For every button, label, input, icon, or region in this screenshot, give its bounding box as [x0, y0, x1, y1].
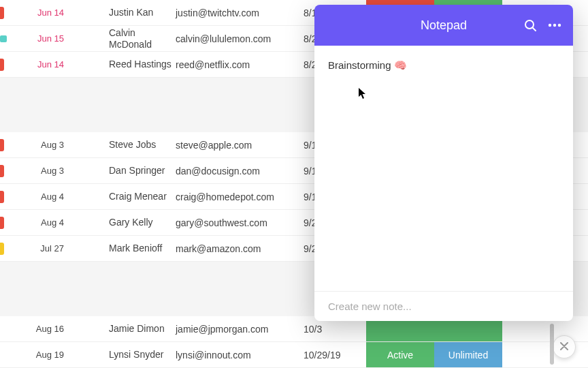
row-name: Reed Hastings: [80, 59, 176, 70]
row-email: steve@apple.com: [176, 140, 304, 151]
row-email: mark@amazon.com: [176, 243, 304, 254]
row-name: Steve Jobs: [80, 139, 176, 151]
row-date: Aug 16: [0, 324, 80, 334]
row-email: lynsi@innout.com: [176, 350, 304, 361]
row-marker: [0, 139, 4, 151]
row-email: dan@docusign.com: [176, 166, 304, 177]
row-email: jamie@jpmorgan.com: [176, 324, 304, 335]
row-email: justin@twitchtv.com: [176, 7, 304, 18]
row-date: Aug 19: [0, 350, 80, 360]
search-icon[interactable]: [523, 18, 538, 33]
svg-line-1: [533, 28, 536, 31]
row-marker: [0, 191, 4, 203]
row-date: Aug 4: [0, 191, 80, 202]
segment-stub-right: [434, 0, 502, 5]
row-marker: [0, 7, 4, 19]
active-button[interactable]: Active: [366, 342, 434, 367]
row-segment: ActiveUnlimited: [366, 342, 502, 367]
segment-stub-left: [366, 0, 434, 5]
row-name: Calvin McDonald: [80, 27, 176, 50]
row-name: Justin Kan: [80, 7, 176, 18]
row-date: Jul 27: [0, 243, 80, 254]
row-date: Aug 3: [0, 140, 80, 150]
row-marker: [0, 243, 4, 255]
notepad-panel: Notepad Brainstorming 🧠: [314, 5, 573, 321]
row-email: calvin@lululemon.com: [176, 33, 304, 44]
row-date: Jun 14: [0, 7, 80, 18]
row-name: Lynsi Snyder: [80, 349, 176, 361]
row-email: reed@netflix.com: [176, 59, 304, 70]
unlimited-button[interactable]: Unlimited: [434, 342, 502, 367]
row-name: Jamie Dimon: [80, 323, 176, 335]
row-name: Gary Kelly: [80, 217, 176, 228]
notepad-body[interactable]: Brainstorming 🧠: [314, 46, 573, 291]
new-note-input[interactable]: [328, 301, 559, 312]
scrollbar[interactable]: [550, 324, 554, 365]
close-icon: [559, 340, 569, 354]
row-marker: [0, 165, 4, 177]
row-date2: 10/29/19: [304, 350, 351, 361]
svg-point-0: [525, 20, 534, 29]
row-date: Aug 4: [0, 217, 80, 228]
note-text: Brainstorming 🧠: [328, 59, 559, 72]
row-marker: [0, 59, 4, 71]
table-row[interactable]: Aug 19Lynsi Snyderlynsi@innout.com10/29/…: [0, 342, 588, 368]
row-name: Mark Benioff: [80, 243, 176, 254]
notepad-footer: [314, 291, 573, 321]
row-name: Craig Menear: [80, 191, 176, 202]
row-marker: [0, 217, 4, 229]
close-button[interactable]: [553, 335, 576, 358]
row-email: gary@southwest.com: [176, 217, 304, 228]
svg-point-2: [549, 24, 551, 27]
row-email: craig@homedepot.com: [176, 191, 304, 202]
row-date: Aug 3: [0, 166, 80, 176]
svg-point-4: [558, 24, 561, 27]
row-date: Jun 14: [0, 59, 80, 70]
notepad-header: Notepad: [314, 5, 573, 46]
more-icon[interactable]: [547, 18, 562, 33]
notepad-title: Notepad: [421, 18, 467, 33]
svg-point-3: [553, 24, 556, 27]
segment-stub: [366, 0, 502, 5]
row-name: Dan Springer: [80, 165, 176, 177]
row-date2: 10/3: [304, 324, 351, 335]
row-date: Jun 15: [0, 33, 80, 44]
row-marker: [0, 35, 7, 42]
